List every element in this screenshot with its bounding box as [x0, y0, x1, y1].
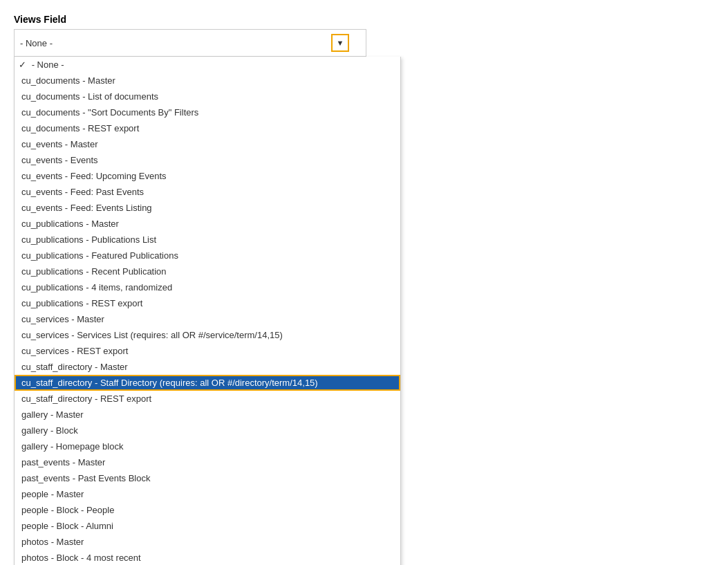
dropdown-item[interactable]: gallery - Block — [15, 423, 400, 438]
dropdown-item-label: cu_publications - REST export — [21, 298, 142, 308]
dropdown-item[interactable]: gallery - Homepage block — [15, 438, 400, 454]
dropdown-item-label: gallery - Homepage block — [21, 441, 123, 452]
select-value: - None - — [20, 38, 53, 48]
dropdown-item-label: gallery - Master — [21, 409, 84, 420]
dropdown-item[interactable]: cu_documents - List of documents — [15, 89, 400, 104]
dropdown-item-label: photos - Block - 4 most recent — [21, 553, 141, 563]
dropdown-item[interactable]: cu_services - Services List (requires: a… — [15, 327, 400, 343]
select-wrapper[interactable]: - None - ▼ — [14, 29, 366, 57]
dropdown-item[interactable]: cu_events - Master — [15, 136, 400, 152]
field-label: Views Field — [14, 14, 714, 25]
dropdown-item-label: people - Block - Alumni — [21, 521, 113, 531]
dropdown-item-label: cu_publications - Publications List — [21, 234, 156, 245]
dropdown-item[interactable]: ✓ - None - — [15, 57, 400, 73]
dropdown-item[interactable]: cu_events - Feed: Past Events — [15, 184, 400, 200]
dropdown-item-label: cu_events - Master — [21, 139, 98, 149]
dropdown-item[interactable]: photos - Block - 4 most recent — [15, 550, 400, 565]
dropdown-item-label: cu_documents - Master — [21, 75, 115, 86]
dropdown-item-label: cu_events - Events — [21, 155, 98, 165]
dropdown-item[interactable]: cu_publications - Featured Publications — [15, 248, 400, 263]
dropdown-item[interactable]: cu_documents - Master — [15, 73, 400, 89]
dropdown-item-label: - None - — [32, 59, 64, 70]
dropdown-item-label: cu_publications - Recent Publication — [21, 266, 167, 277]
checkmark-icon: ✓ — [19, 59, 29, 70]
dropdown-item[interactable]: people - Block - People — [15, 502, 400, 518]
dropdown-item[interactable]: cu_events - Feed: Events Listing — [15, 200, 400, 216]
dropdown-item-label: cu_documents - REST export — [21, 123, 139, 133]
dropdown-item[interactable]: past_events - Past Events Block — [15, 470, 400, 486]
dropdown-item[interactable]: cu_staff_directory - Staff Directory (re… — [15, 375, 400, 391]
dropdown-item[interactable]: cu_staff_directory - REST export — [15, 391, 400, 407]
dropdown-item-label: cu_publications - 4 items, randomized — [21, 282, 172, 293]
dropdown-item[interactable]: photos - Master — [15, 534, 400, 550]
dropdown-item-label: cu_services - Master — [21, 314, 104, 324]
dropdown-item[interactable]: cu_publications - Master — [15, 216, 400, 232]
dropdown-item-label: cu_events - Feed: Events Listing — [21, 203, 152, 213]
dropdown-item[interactable]: cu_documents - REST export — [15, 120, 400, 136]
dropdown-item-label: cu_services - Services List (requires: a… — [21, 330, 283, 340]
page-container: Views Field - None - ▼ ✓ - None -cu_docu… — [0, 0, 728, 565]
dropdown-item-label: cu_documents - "Sort Documents By" Filte… — [21, 107, 198, 118]
dropdown-item-label: past_events - Master — [21, 457, 105, 467]
dropdown-item-label: people - Block - People — [21, 505, 114, 515]
dropdown-item[interactable]: cu_publications - REST export — [15, 295, 400, 311]
dropdown-item-label: cu_staff_directory - Staff Directory (re… — [21, 378, 318, 388]
dropdown-item[interactable]: people - Master — [15, 486, 400, 502]
dropdown-item[interactable]: cu_services - REST export — [15, 343, 400, 359]
dropdown-item[interactable]: past_events - Master — [15, 454, 400, 470]
dropdown-item[interactable]: cu_events - Events — [15, 152, 400, 168]
dropdown-item-label: cu_staff_directory - REST export — [21, 393, 151, 404]
dropdown-item-label: past_events - Past Events Block — [21, 473, 150, 483]
dropdown-item[interactable]: cu_publications - Recent Publication — [15, 263, 400, 279]
dropdown-item[interactable]: cu_documents - "Sort Documents By" Filte… — [15, 104, 400, 120]
dropdown-item[interactable]: gallery - Master — [15, 407, 400, 423]
dropdown-item-label: cu_publications - Master — [21, 219, 119, 229]
dropdown-item[interactable]: people - Block - Alumni — [15, 518, 400, 534]
dropdown-item-label: cu_staff_directory - Master — [21, 362, 128, 372]
dropdown-item-label: people - Master — [21, 489, 84, 499]
dropdown-item-label: cu_events - Feed: Upcoming Events — [21, 171, 167, 181]
dropdown-item[interactable]: cu_publications - Publications List — [15, 232, 400, 248]
dropdown-item[interactable]: cu_staff_directory - Master — [15, 359, 400, 375]
dropdown-item[interactable]: cu_events - Feed: Upcoming Events — [15, 168, 400, 184]
dropdown-item-label: cu_events - Feed: Past Events — [21, 187, 144, 197]
dropdown-item-label: photos - Master — [21, 537, 84, 547]
dropdown-item-label: cu_documents - List of documents — [21, 91, 158, 102]
dropdown-arrow-icon[interactable]: ▼ — [331, 34, 349, 52]
dropdown-item-label: cu_publications - Featured Publications — [21, 250, 178, 261]
select-display[interactable]: - None - ▼ — [14, 29, 366, 57]
dropdown-item-label: cu_services - REST export — [21, 346, 128, 356]
dropdown-container[interactable]: ✓ - None -cu_documents - Mastercu_docume… — [14, 57, 401, 565]
dropdown-item[interactable]: cu_publications - 4 items, randomized — [15, 279, 400, 295]
dropdown-item[interactable]: cu_services - Master — [15, 311, 400, 327]
dropdown-item-label: gallery - Block — [21, 425, 78, 436]
